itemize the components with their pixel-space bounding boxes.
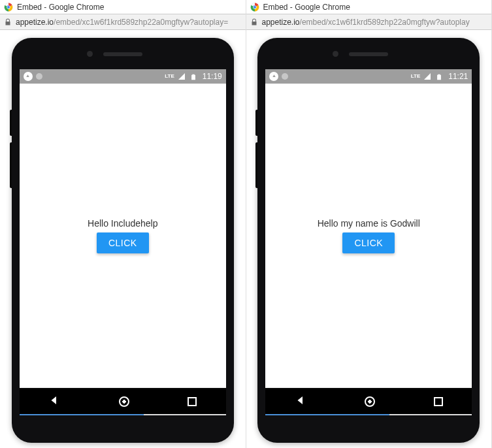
chrome-window: Embed - Google Chrome appetize.io/embed/… — [0, 0, 246, 448]
url: appetize.io/embed/xc1w6f1krd589zhp22a0mg… — [16, 18, 228, 27]
status-left — [24, 72, 42, 81]
url-path: /embed/xc1w6f1krd589zhp22a0mgftyw?autopl… — [300, 18, 470, 27]
url-host: appetize.io — [16, 18, 54, 27]
nav-recent-icon[interactable] — [434, 397, 443, 406]
page-area: LTE 11:21 Hello my name is Godwill CLICK — [246, 30, 492, 448]
window-title: Embed - Google Chrome — [263, 3, 350, 12]
click-button[interactable]: CLICK — [342, 232, 395, 253]
app-text-label: Hello my name is Godwill — [318, 218, 420, 229]
svg-point-8 — [253, 5, 255, 8]
url: appetize.io/embed/xc1w6f1krd589zhp22a0mg… — [262, 18, 470, 27]
progress-line — [265, 414, 472, 415]
click-button[interactable]: CLICK — [97, 232, 149, 253]
status-left — [269, 72, 288, 81]
phone-volume-button — [10, 110, 12, 136]
phone-screen: LTE 11:21 Hello my name is Godwill CLICK — [265, 69, 472, 414]
phone-volume-button — [255, 142, 257, 188]
status-right: LTE 11:19 — [165, 72, 222, 81]
phone-volume-button — [255, 110, 257, 136]
nav-back-icon[interactable] — [295, 394, 306, 409]
address-bar[interactable]: appetize.io/embed/xc1w6f1krd589zhp22a0mg… — [246, 14, 492, 30]
progress-line — [20, 414, 226, 415]
status-dot-icon — [36, 73, 42, 80]
battery-icon — [190, 72, 199, 80]
android-system-icon — [24, 72, 33, 81]
nav-back-icon[interactable] — [48, 394, 60, 409]
app-text-label: Hello Includehelp — [88, 218, 157, 229]
status-right: LTE 11:21 — [411, 72, 468, 81]
nav-home-icon[interactable] — [119, 396, 129, 407]
chrome-icon — [4, 3, 13, 12]
lock-icon — [250, 18, 258, 26]
app-content: Hello Includehelp CLICK — [20, 84, 226, 388]
chrome-icon — [250, 3, 259, 12]
app-content: Hello my name is Godwill CLICK — [265, 84, 472, 388]
android-nav-bar — [265, 388, 472, 414]
lock-icon — [4, 18, 12, 26]
nav-home-icon[interactable] — [365, 396, 375, 407]
android-status-bar: LTE 11:19 — [20, 69, 226, 84]
status-dot-icon — [282, 73, 288, 80]
phone-screen: LTE 11:19 Hello Includehelp CLICK — [20, 69, 226, 414]
phone-camera — [87, 51, 93, 57]
signal-icon — [178, 72, 187, 80]
lte-label: LTE — [165, 74, 174, 79]
url-host: appetize.io — [262, 18, 300, 27]
phone-frame: LTE 11:19 Hello Includehelp CLICK — [12, 38, 234, 443]
phone-speaker — [349, 52, 388, 56]
android-nav-bar — [20, 388, 226, 414]
window-title: Embed - Google Chrome — [17, 3, 104, 12]
lte-label: LTE — [411, 74, 421, 79]
page-area: LTE 11:19 Hello Includehelp CLICK — [0, 30, 246, 448]
android-system-icon — [269, 72, 278, 81]
phone-volume-button — [10, 142, 12, 188]
phone-speaker — [103, 52, 142, 56]
svg-point-3 — [7, 5, 10, 8]
clock: 11:21 — [448, 72, 468, 81]
clock: 11:19 — [203, 72, 222, 81]
battery-icon — [436, 72, 445, 80]
title-bar: Embed - Google Chrome — [246, 0, 492, 14]
url-path: /embed/xc1w6f1krd589zhp22a0mgftyw?autopl… — [54, 18, 228, 27]
address-bar[interactable]: appetize.io/embed/xc1w6f1krd589zhp22a0mg… — [0, 14, 246, 30]
title-bar: Embed - Google Chrome — [0, 0, 246, 14]
phone-camera — [333, 51, 338, 57]
phone-frame: LTE 11:21 Hello my name is Godwill CLICK — [257, 38, 480, 443]
android-status-bar: LTE 11:21 — [265, 69, 472, 84]
signal-icon — [423, 72, 433, 80]
chrome-window: Embed - Google Chrome appetize.io/embed/… — [246, 0, 493, 448]
nav-recent-icon[interactable] — [188, 397, 197, 406]
